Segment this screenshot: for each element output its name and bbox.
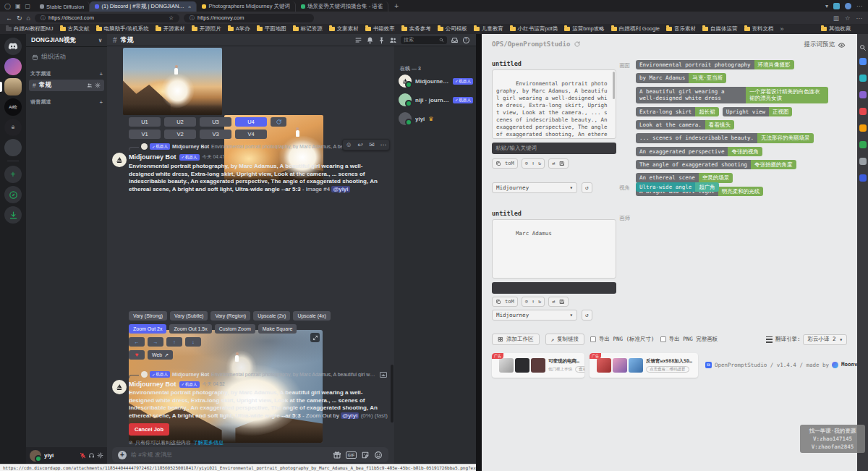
bookmark-item[interactable]: 实务参考 [401,25,431,33]
checkbox[interactable] [660,336,666,342]
bookmark-item[interactable]: 白嫖AI教程图MJ [6,25,54,33]
bookmark-item[interactable]: 平面地图 [257,25,286,33]
pan-arrow-button[interactable]: ↑ [166,337,182,347]
sidebar-app-icon[interactable] [859,75,867,82]
add-workspace-button[interactable]: 添加工作区 [492,334,540,345]
prompt-tag[interactable]: An exaggerated perspective夸张的视角 [636,147,762,156]
expand-image-button[interactable] [310,333,320,342]
workspace-name-2[interactable]: untitled [492,210,522,217]
favorite-heart-button[interactable]: ♥ [129,350,145,360]
sidebar-app-icon[interactable] [859,91,867,98]
engine-select[interactable]: Midjourney ▾ [492,182,577,193]
bookmark-item[interactable]: 书籍效率 [365,25,395,33]
download-apps-button[interactable] [0,206,26,224]
workspace-name[interactable]: untitled [492,60,522,67]
upscale-button-u3[interactable]: U3 [200,117,231,127]
author-name[interactable]: Midjourney Bot [129,153,176,161]
profile-icon[interactable]: ◯ [4,3,11,9]
web-button[interactable]: Web↗ [148,350,173,360]
server-skull[interactable]: ☠ [0,119,26,136]
bookmark-item[interactable]: 公司模板 [438,25,467,33]
bot-avatar[interactable] [112,153,127,167]
prompt-tag[interactable]: Environmental portrait photography环境肖像摄影 [636,60,794,69]
prompt-tag[interactable]: A beautiful girl wearing a well-designed… [636,87,828,103]
prompt-tag[interactable]: by Marc Adamus马克·亚当斯 [636,73,726,82]
bookmark-item[interactable]: 资料文档 [744,25,774,33]
ad-banner-2[interactable]: 广告 反馈官wx988加入SD板块再免费学习资源 点击查看二维码进群 [590,353,698,378]
prompt-tag[interactable]: Ultra-wide angle超广角 [636,182,719,192]
bookmark-item[interactable]: 自媒体运营 [702,25,738,33]
bookmark-item[interactable]: 文案素材 [329,25,359,33]
pan-arrow-button[interactable]: → [148,337,163,347]
shuffle-save-group[interactable]: ⇄ [548,158,568,169]
refresh-icon[interactable]: ↻ [17,14,22,22]
send-up-icon[interactable]: ↑ [532,299,535,305]
pan-arrow-button[interactable]: ← [129,337,145,347]
mention[interactable]: @yiyi [331,186,349,192]
upscale-button-u1[interactable]: U1 [129,117,161,127]
url-field-right[interactable]: ⓘ https://moonvy.com [184,14,314,22]
clear-undo-group-2[interactable]: ⊘ ↑ ↻ [522,297,545,307]
split-screen-icon[interactable]: ▥ [833,14,839,22]
mj-button[interactable]: Zoom Out 1.5x [169,324,211,334]
clear-icon[interactable]: ⊘ [525,299,528,305]
prompt-tag[interactable]: An ethereal scene空灵的场景 [636,173,733,182]
member-item[interactable]: niji · journey …✓机器人 [399,91,473,109]
prompt-tag[interactable]: Extra-long skirt超长裙 [636,107,719,116]
mj-button[interactable]: Upscale (2x) [253,311,290,321]
help-icon[interactable]: ? [462,36,470,44]
upscale-button-u2[interactable]: U2 [164,117,196,127]
channel-settings-icon[interactable] [95,82,101,88]
browser-avatar[interactable] [845,3,851,9]
mj-button[interactable]: Make Square [258,324,297,334]
sidebar-search-icon[interactable] [859,41,867,48]
upscale-button-u4[interactable]: U4 [235,117,267,127]
server-gray[interactable] [0,139,26,156]
variation-button-v1[interactable]: V1 [129,130,161,139]
site-info-icon[interactable]: ⓘ [41,14,46,22]
site-info-icon-2[interactable]: ⓘ [190,14,195,22]
variation-button-v3[interactable]: V3 [200,130,231,139]
emoji-icon[interactable] [374,451,383,459]
favorites-icon[interactable]: ☆ [845,14,851,22]
split-divider[interactable] [476,34,482,471]
clear-icon[interactable]: ⊘ [525,161,528,166]
add-server-button[interactable]: + [0,166,26,183]
bookmark-item[interactable]: 小红书运营pdf类 [510,25,558,33]
tab-close-icon[interactable]: × [188,4,192,10]
server-art[interactable] [0,58,26,75]
text-category[interactable]: 文字频道 + [30,70,103,77]
member-list-icon[interactable] [389,36,397,44]
user-settings-icon[interactable] [97,452,103,459]
mj-button[interactable]: Zoom Out 2x [129,324,166,334]
copilot-icon[interactable] [833,3,840,9]
mention[interactable]: @yiyi [341,412,359,419]
tab-search-icon[interactable]: ▾ [825,3,828,9]
bookmark-item[interactable]: 古风文献 [60,25,90,33]
add-channel-icon[interactable]: + [100,72,103,77]
checkbox[interactable] [590,336,596,342]
browser-tab[interactable]: Photographers Midjourney 关键词 [197,1,296,12]
learn-more-link[interactable]: 了解更多信息 [193,439,224,446]
shuffle-icon[interactable]: ⇄ [552,161,555,166]
gift-icon[interactable] [333,451,341,459]
shuffle-icon[interactable]: ⇄ [552,299,555,305]
search-input[interactable]: 搜索 [401,36,447,44]
bookmark-item[interactable]: 音乐素材 [666,25,696,33]
translate-select[interactable]: 彩云小译 2 ▾ [803,334,847,345]
export-png-standard-checkbox[interactable]: 导出 PNG (标准尺寸) [590,336,655,343]
bookmark-item[interactable]: 开源素材 [156,25,185,33]
attach-icon[interactable]: + [118,451,127,459]
sidebar-app-icon[interactable] [859,174,867,182]
prompt-tag[interactable]: The angle of exaggerated shooting夸张拍摄的角度 [636,160,796,169]
bookmark-item[interactable]: 电脑助手/装机系统 [96,25,149,33]
invite-icon[interactable] [87,82,93,88]
server-dongjian[interactable] [0,78,26,96]
copy-tom-button-2[interactable]: toM [492,297,518,307]
reset-button-2[interactable]: ↺ [582,310,592,321]
browser-tab[interactable]: (1) Discord | #常规 | DONGJIAN视觉× [90,1,197,12]
clear-undo-group[interactable]: ⊘ ↑ ↻ [522,158,545,169]
author-name[interactable]: Midjourney Bot [129,381,176,388]
favorite-star-icon[interactable]: ☆ [169,14,174,21]
explore-servers-button[interactable] [0,186,26,203]
